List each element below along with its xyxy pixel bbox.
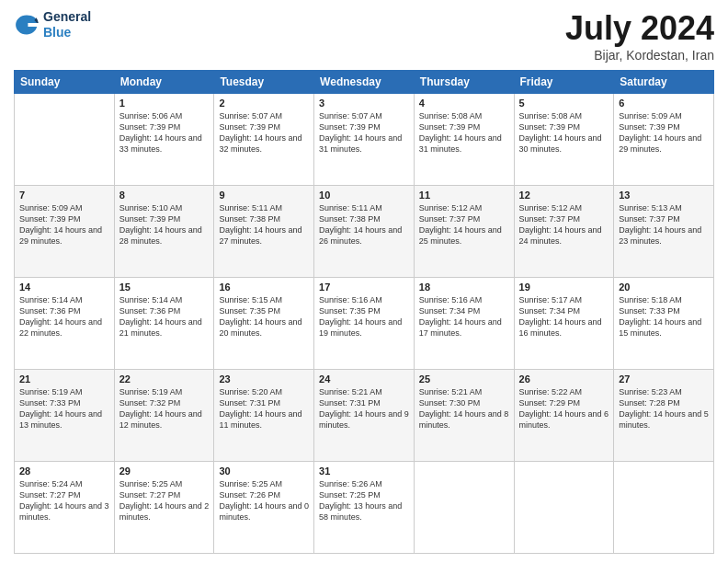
cell-content: Sunrise: 5:24 AM Sunset: 7:27 PM Dayligh… — [19, 478, 109, 523]
week-row-1: 1Sunrise: 5:06 AM Sunset: 7:39 PM Daylig… — [15, 94, 714, 186]
calendar-cell: 10Sunrise: 5:11 AM Sunset: 7:38 PM Dayli… — [314, 186, 415, 278]
cell-content: Sunrise: 5:09 AM Sunset: 7:39 PM Dayligh… — [19, 202, 109, 247]
calendar-cell: 16Sunrise: 5:15 AM Sunset: 7:35 PM Dayli… — [214, 278, 314, 370]
day-number: 14 — [19, 282, 109, 293]
calendar-cell: 8Sunrise: 5:10 AM Sunset: 7:39 PM Daylig… — [114, 186, 214, 278]
calendar-cell: 7Sunrise: 5:09 AM Sunset: 7:39 PM Daylig… — [15, 186, 115, 278]
week-row-3: 14Sunrise: 5:14 AM Sunset: 7:36 PM Dayli… — [15, 278, 714, 370]
subtitle: Bijar, Kordestan, Iran — [565, 48, 714, 63]
cell-content: Sunrise: 5:08 AM Sunset: 7:39 PM Dayligh… — [519, 110, 609, 155]
cell-content: Sunrise: 5:23 AM Sunset: 7:28 PM Dayligh… — [619, 386, 709, 431]
calendar-cell: 1Sunrise: 5:06 AM Sunset: 7:39 PM Daylig… — [114, 94, 214, 186]
day-number: 27 — [619, 373, 709, 385]
day-number: 28 — [19, 465, 109, 477]
day-number: 17 — [319, 282, 409, 293]
calendar-cell: 11Sunrise: 5:12 AM Sunset: 7:37 PM Dayli… — [414, 186, 514, 278]
day-header-tuesday: Tuesday — [214, 71, 314, 94]
cell-content: Sunrise: 5:10 AM Sunset: 7:39 PM Dayligh… — [119, 202, 210, 247]
calendar-cell: 3Sunrise: 5:07 AM Sunset: 7:39 PM Daylig… — [314, 94, 415, 186]
cell-content: Sunrise: 5:19 AM Sunset: 7:32 PM Dayligh… — [119, 386, 210, 431]
day-number: 4 — [419, 98, 509, 109]
header: General Blue July 2024 Bijar, Kordestan,… — [14, 9, 714, 63]
cell-content: Sunrise: 5:25 AM Sunset: 7:27 PM Dayligh… — [119, 478, 210, 523]
calendar-cell: 14Sunrise: 5:14 AM Sunset: 7:36 PM Dayli… — [15, 278, 115, 370]
cell-content: Sunrise: 5:15 AM Sunset: 7:35 PM Dayligh… — [219, 294, 309, 339]
cell-content: Sunrise: 5:13 AM Sunset: 7:37 PM Dayligh… — [619, 202, 709, 247]
calendar-cell: 24Sunrise: 5:21 AM Sunset: 7:31 PM Dayli… — [314, 370, 415, 462]
cell-content: Sunrise: 5:21 AM Sunset: 7:31 PM Dayligh… — [319, 386, 409, 431]
day-number: 24 — [319, 373, 409, 385]
day-number: 26 — [519, 373, 609, 385]
day-header-saturday: Saturday — [614, 71, 714, 94]
week-row-5: 28Sunrise: 5:24 AM Sunset: 7:27 PM Dayli… — [15, 462, 714, 554]
logo-icon — [14, 12, 40, 38]
calendar-cell — [414, 462, 514, 554]
day-header-sunday: Sunday — [15, 71, 115, 94]
day-header-wednesday: Wednesday — [314, 71, 415, 94]
cell-content: Sunrise: 5:14 AM Sunset: 7:36 PM Dayligh… — [119, 294, 210, 339]
week-row-2: 7Sunrise: 5:09 AM Sunset: 7:39 PM Daylig… — [15, 186, 714, 278]
cell-content: Sunrise: 5:16 AM Sunset: 7:35 PM Dayligh… — [319, 294, 409, 339]
cell-content: Sunrise: 5:18 AM Sunset: 7:33 PM Dayligh… — [619, 294, 709, 339]
day-number: 15 — [119, 282, 210, 293]
day-number: 13 — [619, 190, 709, 201]
day-number: 1 — [119, 98, 210, 109]
calendar-cell: 6Sunrise: 5:09 AM Sunset: 7:39 PM Daylig… — [614, 94, 714, 186]
page: General Blue July 2024 Bijar, Kordestan,… — [0, 0, 728, 563]
cell-content: Sunrise: 5:08 AM Sunset: 7:39 PM Dayligh… — [419, 110, 509, 155]
day-number: 23 — [219, 373, 309, 385]
calendar-cell: 5Sunrise: 5:08 AM Sunset: 7:39 PM Daylig… — [514, 94, 614, 186]
header-row: SundayMondayTuesdayWednesdayThursdayFrid… — [15, 71, 714, 94]
cell-content: Sunrise: 5:25 AM Sunset: 7:26 PM Dayligh… — [219, 478, 309, 523]
cell-content: Sunrise: 5:20 AM Sunset: 7:31 PM Dayligh… — [219, 386, 309, 431]
cell-content: Sunrise: 5:14 AM Sunset: 7:36 PM Dayligh… — [19, 294, 109, 339]
cell-content: Sunrise: 5:16 AM Sunset: 7:34 PM Dayligh… — [419, 294, 509, 339]
main-title: July 2024 — [565, 9, 714, 48]
cell-content: Sunrise: 5:22 AM Sunset: 7:29 PM Dayligh… — [519, 386, 609, 431]
calendar-cell: 30Sunrise: 5:25 AM Sunset: 7:26 PM Dayli… — [214, 462, 314, 554]
day-number: 31 — [319, 465, 409, 477]
calendar-cell: 13Sunrise: 5:13 AM Sunset: 7:37 PM Dayli… — [614, 186, 714, 278]
day-number: 7 — [19, 190, 109, 201]
calendar-cell: 17Sunrise: 5:16 AM Sunset: 7:35 PM Dayli… — [314, 278, 415, 370]
calendar-cell: 26Sunrise: 5:22 AM Sunset: 7:29 PM Dayli… — [514, 370, 614, 462]
calendar-cell: 18Sunrise: 5:16 AM Sunset: 7:34 PM Dayli… — [414, 278, 514, 370]
day-number: 30 — [219, 465, 309, 477]
day-number: 11 — [419, 190, 509, 201]
week-row-4: 21Sunrise: 5:19 AM Sunset: 7:33 PM Dayli… — [15, 370, 714, 462]
day-header-friday: Friday — [514, 71, 614, 94]
calendar-cell: 28Sunrise: 5:24 AM Sunset: 7:27 PM Dayli… — [15, 462, 115, 554]
logo: General Blue — [14, 9, 91, 40]
calendar-cell: 4Sunrise: 5:08 AM Sunset: 7:39 PM Daylig… — [414, 94, 514, 186]
cell-content: Sunrise: 5:07 AM Sunset: 7:39 PM Dayligh… — [219, 110, 309, 155]
cell-content: Sunrise: 5:12 AM Sunset: 7:37 PM Dayligh… — [419, 202, 509, 247]
cell-content: Sunrise: 5:21 AM Sunset: 7:30 PM Dayligh… — [419, 386, 509, 431]
day-header-thursday: Thursday — [414, 71, 514, 94]
day-number: 18 — [419, 282, 509, 293]
calendar-cell — [514, 462, 614, 554]
day-number: 8 — [119, 190, 210, 201]
day-number: 5 — [519, 98, 609, 109]
day-number: 6 — [619, 98, 709, 109]
cell-content: Sunrise: 5:09 AM Sunset: 7:39 PM Dayligh… — [619, 110, 709, 155]
day-number: 12 — [519, 190, 609, 201]
calendar-cell — [614, 462, 714, 554]
day-number: 16 — [219, 282, 309, 293]
calendar-cell: 9Sunrise: 5:11 AM Sunset: 7:38 PM Daylig… — [214, 186, 314, 278]
calendar-cell: 20Sunrise: 5:18 AM Sunset: 7:33 PM Dayli… — [614, 278, 714, 370]
day-number: 19 — [519, 282, 609, 293]
calendar-cell: 29Sunrise: 5:25 AM Sunset: 7:27 PM Dayli… — [114, 462, 214, 554]
day-number: 20 — [619, 282, 709, 293]
cell-content: Sunrise: 5:06 AM Sunset: 7:39 PM Dayligh… — [119, 110, 210, 155]
cell-content: Sunrise: 5:11 AM Sunset: 7:38 PM Dayligh… — [319, 202, 409, 247]
calendar-cell: 21Sunrise: 5:19 AM Sunset: 7:33 PM Dayli… — [15, 370, 115, 462]
cell-content: Sunrise: 5:19 AM Sunset: 7:33 PM Dayligh… — [19, 386, 109, 431]
calendar-cell: 23Sunrise: 5:20 AM Sunset: 7:31 PM Dayli… — [214, 370, 314, 462]
cell-content: Sunrise: 5:17 AM Sunset: 7:34 PM Dayligh… — [519, 294, 609, 339]
day-number: 29 — [119, 465, 210, 477]
calendar-cell: 15Sunrise: 5:14 AM Sunset: 7:36 PM Dayli… — [114, 278, 214, 370]
calendar-cell: 25Sunrise: 5:21 AM Sunset: 7:30 PM Dayli… — [414, 370, 514, 462]
calendar-cell — [15, 94, 115, 186]
logo-text: General Blue — [43, 9, 91, 40]
day-number: 25 — [419, 373, 509, 385]
